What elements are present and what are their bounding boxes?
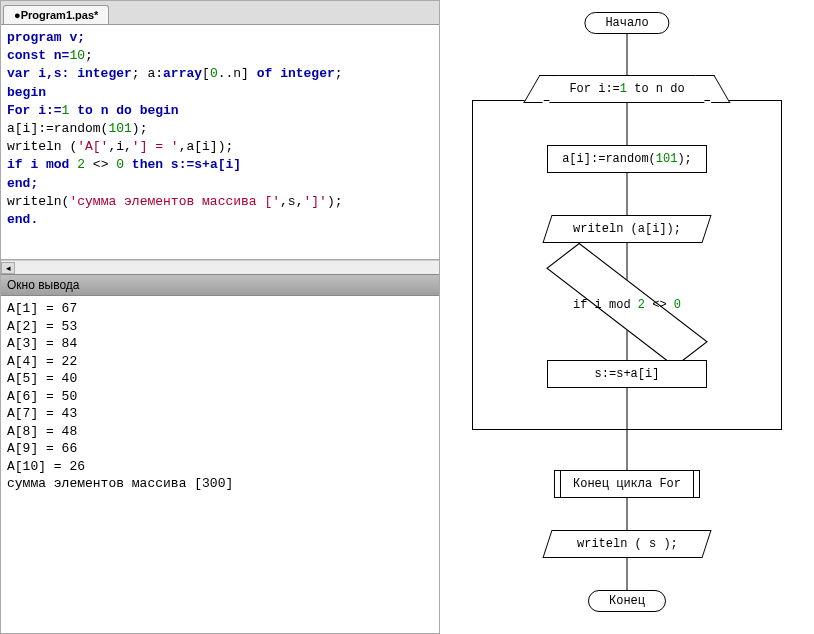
tab-bar: ●Program1.pas* bbox=[1, 1, 439, 25]
output-line: A[10] = 26 bbox=[7, 458, 433, 476]
output-line: сумма элементов массива [300] bbox=[7, 475, 433, 493]
output-line: A[5] = 40 bbox=[7, 370, 433, 388]
horizontal-scrollbar[interactable]: ◂ bbox=[1, 260, 439, 274]
code-text: program v; bbox=[7, 30, 85, 45]
flow-io-writeln-ai: writeln (a[i]); bbox=[547, 215, 707, 243]
decision-label: if i mod 2 <> 0 bbox=[527, 298, 727, 312]
output-line: A[4] = 22 bbox=[7, 353, 433, 371]
flow-process-random: a[i]:=random(101); bbox=[547, 145, 707, 173]
process-box: s:=s+a[i] bbox=[547, 360, 707, 388]
output-area[interactable]: A[1] = 67A[2] = 53A[3] = 84A[4] = 22A[5]… bbox=[1, 296, 439, 633]
scroll-left-icon[interactable]: ◂ bbox=[1, 262, 15, 274]
code-line: if i mod 2 <> 0 then s:=s+a[i] bbox=[7, 156, 433, 174]
code-line: const n=10; bbox=[7, 47, 433, 65]
code-line: program v; bbox=[7, 29, 433, 47]
code-line: a[i]:=random(101); bbox=[7, 120, 433, 138]
flow-decision: if i mod 2 <> 0 bbox=[527, 280, 727, 334]
code-line: end; bbox=[7, 175, 433, 193]
output-line: A[9] = 66 bbox=[7, 440, 433, 458]
terminal-start: Начало bbox=[584, 12, 669, 34]
code-line: begin bbox=[7, 84, 433, 102]
output-header: Окно вывода bbox=[1, 274, 439, 296]
editor-pane: ●Program1.pas* program v; const n=10; va… bbox=[0, 0, 440, 634]
flow-io-writeln-s: writeln ( s ); bbox=[547, 530, 707, 558]
flow-end: Конец bbox=[588, 590, 666, 612]
code-line: For i:=1 to n do begin bbox=[7, 102, 433, 120]
code-line: writeln ('A[',i,'] = ',a[i]); bbox=[7, 138, 433, 156]
io-box: writeln (a[i]); bbox=[542, 215, 711, 243]
flow-start: Начало bbox=[584, 12, 669, 34]
flow-loop-header: For i:=1 to n do bbox=[549, 75, 704, 103]
file-tab[interactable]: ●Program1.pas* bbox=[3, 5, 109, 24]
terminal-end: Конец bbox=[588, 590, 666, 612]
flow-process-sum: s:=s+a[i] bbox=[547, 360, 707, 388]
output-line: A[6] = 50 bbox=[7, 388, 433, 406]
code-line: end. bbox=[7, 211, 433, 229]
output-line: A[7] = 43 bbox=[7, 405, 433, 423]
flowchart-pane: Начало For i:=1 to n do a[i]:=random(101… bbox=[440, 0, 814, 634]
output-line: A[3] = 84 bbox=[7, 335, 433, 353]
code-line: writeln('сумма элементов массива [',s,']… bbox=[7, 193, 433, 211]
predefined-box: Конец цикла For bbox=[554, 470, 700, 498]
output-line: A[1] = 67 bbox=[7, 300, 433, 318]
io-box: writeln ( s ); bbox=[542, 530, 711, 558]
code-editor[interactable]: program v; const n=10; var i,s: integer;… bbox=[1, 25, 439, 260]
code-line: var i,s: integer; a:array[0..n] of integ… bbox=[7, 65, 433, 83]
process-box: a[i]:=random(101); bbox=[547, 145, 707, 173]
output-line: A[8] = 48 bbox=[7, 423, 433, 441]
output-line: A[2] = 53 bbox=[7, 318, 433, 336]
flow-endloop: Конец цикла For bbox=[554, 470, 700, 498]
hexagon-loop: For i:=1 to n do bbox=[549, 75, 704, 103]
